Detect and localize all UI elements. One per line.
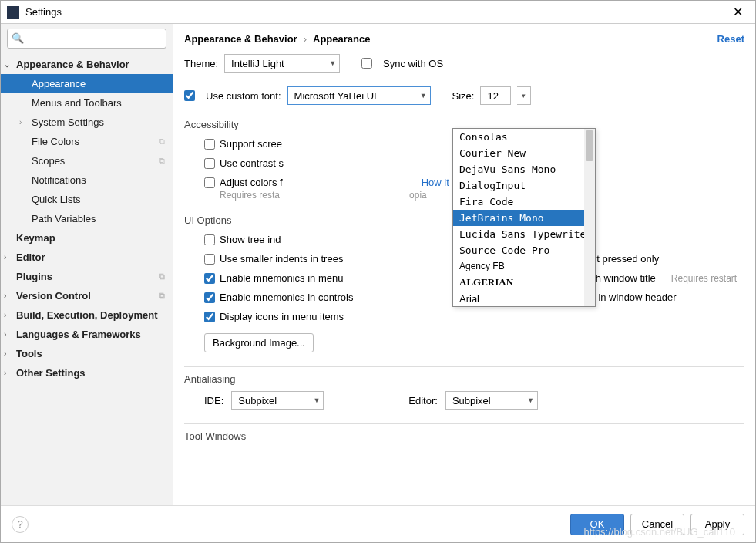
theme-combo[interactable]: IntelliJ Light ▼ (224, 54, 340, 73)
font-option[interactable]: Source Code Pro (453, 242, 595, 258)
font-combo[interactable]: Microsoft YaHei UI ▼ (287, 86, 431, 105)
tree-item-label: Appearance & Behavior (16, 59, 129, 70)
option-row: Show tree ind (184, 234, 465, 245)
adjust-colors-label: Adjust colors f (220, 177, 283, 188)
tree-item-menus-and-toolbars[interactable]: Menus and Toolbars (1, 93, 173, 113)
editor-aa-label: Editor: (408, 395, 438, 406)
tree-item-version-control[interactable]: ›Version Control⧉ (1, 286, 173, 305)
tree-item-label: Build, Execution, Deployment (16, 309, 157, 321)
sync-os-label: Sync with OS (383, 58, 443, 69)
option-checkbox[interactable] (204, 273, 215, 284)
font-option[interactable]: Consolas (453, 129, 595, 145)
tree-item-label: Scopes (32, 155, 65, 167)
size-value: 12 (487, 90, 498, 102)
option-label: Show tree ind (220, 234, 281, 245)
tree-item-quick-lists[interactable]: Quick Lists (1, 190, 173, 209)
font-value: Microsoft YaHei UI (294, 90, 377, 102)
option-row: Use smaller indents in trees (184, 253, 465, 265)
chevron-right-icon: › (4, 349, 6, 358)
ok-button[interactable]: OK (570, 514, 624, 535)
divider (184, 366, 744, 367)
tree-item-languages-frameworks[interactable]: ›Languages & Frameworks (1, 325, 173, 344)
font-option[interactable]: JetBrains Mono (453, 210, 595, 226)
option-checkbox[interactable] (204, 292, 215, 303)
font-option[interactable]: Fira Code (453, 194, 595, 210)
tree-item-notifications[interactable]: Notifications (1, 170, 173, 190)
chevron-right-icon: › (19, 118, 22, 126)
apply-button[interactable]: Apply (690, 514, 744, 535)
close-icon[interactable]: ✕ (726, 5, 749, 19)
tree-item-label: Plugins (16, 271, 52, 282)
cancel-button[interactable]: Cancel (630, 514, 684, 535)
chevron-right-icon: › (4, 369, 6, 377)
breadcrumb-parent[interactable]: Appearance & Behavior (184, 33, 297, 45)
option-row: Display icons in menu items (184, 311, 465, 322)
ide-aa-combo[interactable]: Subpixel ▼ (231, 391, 324, 410)
tree-item-keymap[interactable]: Keymap (1, 228, 173, 248)
font-option[interactable]: Lucida Sans Typewriter (453, 226, 595, 242)
search-input[interactable] (7, 29, 166, 49)
help-icon[interactable]: ? (12, 516, 29, 533)
option-checkbox[interactable] (204, 312, 215, 322)
search-wrap: 🔍 (7, 29, 166, 49)
tree-item-label: Tools (16, 348, 42, 359)
settings-tree: ⌄Appearance & BehaviorAppearanceMenus an… (1, 55, 173, 383)
scrollbar[interactable] (584, 129, 595, 306)
editor-aa-combo[interactable]: Subpixel ▼ (445, 391, 538, 410)
tree-item-tools[interactable]: ›Tools (1, 344, 173, 363)
reset-link[interactable]: Reset (717, 33, 744, 45)
option-checkbox[interactable] (204, 234, 215, 245)
chevron-down-icon: ⌄ (4, 60, 10, 69)
copy-icon: ⧉ (159, 137, 165, 147)
tree-item-system-settings[interactable]: ›System Settings (1, 113, 173, 132)
scrollbar-thumb[interactable] (586, 130, 593, 161)
font-option[interactable]: ALGERIAN (453, 274, 595, 291)
app-icon (7, 6, 19, 19)
custom-font-label: Use custom font: (206, 90, 281, 102)
font-option[interactable]: DialogInput (453, 177, 595, 194)
tree-item-label: Version Control (16, 290, 91, 302)
option-checkbox[interactable] (204, 254, 215, 265)
tree-item-appearance[interactable]: Appearance (1, 74, 173, 93)
tree-item-scopes[interactable]: Scopes⧉ (1, 151, 173, 170)
font-row: Use custom font: Microsoft YaHei UI ▼ Si… (184, 86, 744, 105)
background-image-button[interactable]: Background Image... (204, 333, 314, 352)
option-label: Display icons in menu items (220, 311, 344, 322)
copy-icon: ⧉ (159, 272, 165, 282)
size-spinner[interactable]: ▾ (517, 86, 531, 105)
search-icon: 🔍 (12, 32, 24, 44)
titlebar: Settings ✕ (1, 1, 755, 24)
tree-item-editor[interactable]: ›Editor (1, 248, 173, 267)
tree-item-path-variables[interactable]: Path Variables (1, 209, 173, 228)
divider (184, 423, 744, 424)
adjust-colors-checkbox[interactable] (204, 177, 215, 188)
tree-item-appearance-behavior[interactable]: ⌄Appearance & Behavior (1, 55, 173, 74)
content-pane: Appearance & Behavior › Appearance Reset… (173, 24, 755, 505)
support-screen-checkbox[interactable] (204, 139, 215, 150)
font-option[interactable]: DejaVu Sans Mono (453, 161, 595, 177)
font-dropdown[interactable]: ConsolasCourier NewDejaVu Sans MonoDialo… (452, 128, 596, 307)
chevron-down-icon: ▼ (415, 92, 427, 99)
contrast-checkbox[interactable] (204, 158, 215, 169)
tree-item-build-execution-deployment[interactable]: ›Build, Execution, Deployment (1, 305, 173, 325)
copy-icon: ⧉ (159, 291, 165, 301)
theme-row: Theme: IntelliJ Light ▼ Sync with OS (184, 54, 744, 73)
tree-item-label: Quick Lists (32, 194, 81, 205)
tree-item-label: Other Settings (16, 367, 86, 379)
custom-font-checkbox[interactable] (184, 90, 195, 101)
font-option[interactable]: Agency FB (453, 258, 595, 274)
chevron-down-icon: ▼ (308, 396, 320, 404)
support-screen-label: Support scree (220, 138, 282, 150)
tree-item-label: File Colors (32, 136, 79, 147)
font-option[interactable]: Courier New (453, 145, 595, 161)
size-field[interactable]: 12 (480, 86, 511, 105)
tree-item-file-colors[interactable]: File Colors⧉ (1, 132, 173, 151)
tree-item-other-settings[interactable]: ›Other Settings (1, 363, 173, 383)
tree-item-plugins[interactable]: Plugins⧉ (1, 267, 173, 286)
contrast-label: Use contrast s (220, 157, 284, 169)
sync-os-checkbox[interactable] (361, 58, 372, 69)
editor-aa-value: Subpixel (452, 395, 491, 406)
breadcrumb-current: Appearance (313, 33, 370, 45)
size-label: Size: (452, 90, 475, 102)
font-option[interactable]: Arial (453, 291, 595, 307)
